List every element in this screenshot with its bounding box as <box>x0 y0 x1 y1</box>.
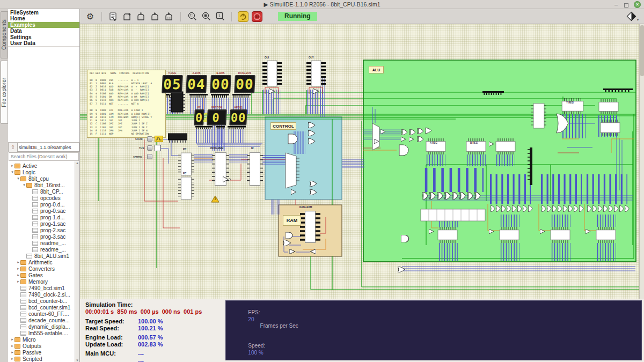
tree-item[interactable]: ▾ Logic <box>8 169 79 175</box>
seven-segment-display[interactable]: ARG[I] 00 <box>230 106 247 125</box>
scrollbar-thumb[interactable] <box>640 25 644 76</box>
close-button[interactable]: ✕ <box>634 1 641 8</box>
up-directory-button[interactable]: ⇧ <box>8 143 18 152</box>
seven-segment-display[interactable]: OPCODE 0 <box>207 106 226 125</box>
tree-item[interactable]: ▸ Passive <box>8 349 79 356</box>
tree-item[interactable]: ▸ Arithmetic <box>8 259 79 265</box>
tree-item[interactable]: dynamic_displa... <box>8 323 79 330</box>
tree-item[interactable]: 8bit_ALU.sim1 <box>8 253 79 259</box>
debug-console[interactable]: FPS: 20 Frames per Sec Speed: 100 % Spee… <box>225 300 642 360</box>
item-label: readme_... <box>40 247 66 253</box>
tree-item[interactable]: ▸ Scripted <box>8 356 79 362</box>
filesystem-item[interactable]: FileSystem <box>8 10 79 16</box>
tree-item[interactable]: lm555-astable.... <box>8 330 79 336</box>
tree-item[interactable]: prog-1.d... <box>8 214 79 220</box>
filesystem-item[interactable]: Settings <box>8 34 79 40</box>
item-icon <box>20 292 26 297</box>
console-label: FPS: <box>248 309 265 315</box>
seven-segment-display[interactable]: A-BUS 04 <box>186 71 207 93</box>
tree-item[interactable]: readme_... <box>8 246 79 253</box>
item-icon <box>32 234 38 239</box>
search-input[interactable] <box>9 152 79 161</box>
path-field[interactable]: simulIDE_1.1.0/examples <box>18 143 79 152</box>
tree-item[interactable]: prog-3.sac <box>8 233 79 240</box>
new-circuit-icon[interactable] <box>121 11 133 23</box>
tree-item[interactable]: ▸ Micro <box>8 336 79 343</box>
tree-item[interactable]: prog-0.d... <box>8 201 79 208</box>
tree-item[interactable]: ▸ Gates <box>8 272 79 278</box>
power-button[interactable] <box>238 11 248 22</box>
item-label: prog-0.d... <box>40 202 65 208</box>
status-row-label: Update Load: <box>85 341 138 348</box>
tick-box[interactable] <box>155 145 161 151</box>
clock-waveform-icon[interactable] <box>155 136 163 142</box>
settings-gear-icon[interactable]: ⚙ <box>84 11 96 23</box>
display-label: OPCODE <box>211 106 223 109</box>
tree-item[interactable]: opcodes <box>8 195 79 201</box>
tree-item[interactable]: ▸ Outputs <box>8 343 79 349</box>
export-circuit-icon[interactable] <box>107 11 119 23</box>
item-label: opcodes <box>40 195 61 201</box>
item-icon <box>20 176 26 181</box>
pc-chip[interactable] <box>178 177 194 200</box>
expand-arrow: ▸ <box>16 273 20 277</box>
spmrw-switch[interactable] <box>147 154 152 159</box>
status-row: Target Speed: 100.00 % <box>85 318 225 325</box>
tree-item[interactable]: ▾ 8bit_cpu <box>8 175 79 182</box>
theme-diamond-icon[interactable]: ▾ <box>626 11 639 21</box>
tree-scrollbar[interactable]: ▲▼ <box>75 161 79 362</box>
tab-components[interactable]: Components <box>1 11 8 58</box>
tree-item[interactable]: 7490_clock-2.si... <box>8 291 79 298</box>
filesystem-item[interactable]: Home <box>8 16 79 21</box>
tree-item[interactable]: prog-0.sac <box>8 208 79 214</box>
tree-item[interactable]: ▸ Converters <box>8 265 79 272</box>
dip-chip[interactable] <box>168 134 187 143</box>
item-label: 8bit_CP... <box>40 189 63 195</box>
circuit-canvas[interactable]: DEC HEX BIN NAME CONTROL DESCRIPTION 00 … <box>80 24 644 299</box>
tree-item[interactable]: counter-60_FF.... <box>8 311 79 317</box>
zoom-all-icon[interactable] <box>200 11 212 23</box>
prog-mem-chip[interactable] <box>212 152 229 186</box>
instruction-note[interactable]: DEC HEX BIN NAME CONTROL DESCRIPTION 00 … <box>87 70 166 138</box>
item-icon <box>20 318 26 323</box>
clock-switch[interactable] <box>147 136 152 142</box>
seven-segment-display[interactable]: DATA-BUS 00 <box>235 71 255 93</box>
filesystem-item[interactable]: Examples <box>8 22 79 28</box>
maximize-button[interactable] <box>624 3 628 8</box>
seven-segment-display[interactable]: B-BUS 00 <box>210 71 231 93</box>
canvas-scrollbar[interactable] <box>639 24 644 299</box>
save-as-circuit-icon[interactable] <box>163 11 175 23</box>
expand-arrow: ▸ <box>16 279 20 284</box>
ir-chip[interactable] <box>247 152 263 186</box>
tick-switch[interactable] <box>147 145 152 151</box>
zoom-fit-icon[interactable] <box>186 11 198 23</box>
seven-segment-display[interactable]: Y-REG 05 <box>162 71 182 93</box>
dip-chip[interactable] <box>169 92 185 112</box>
filesystem-item[interactable]: Data <box>8 28 79 34</box>
filesystem-item[interactable]: User Data <box>8 40 79 46</box>
save-circuit-icon[interactable] <box>149 11 161 23</box>
tree-item[interactable]: prog-2.sac <box>8 227 79 233</box>
tree-item[interactable]: bcd_counter-b... <box>8 298 79 304</box>
tree-item[interactable]: decade_counte... <box>8 317 79 323</box>
tree-item[interactable]: ▸ Memory <box>8 278 79 285</box>
item-label: Micro <box>23 337 35 343</box>
status-row-value: --- <box>138 350 144 357</box>
tree-item[interactable]: 8bit_CP... <box>8 188 79 195</box>
pause-button[interactable] <box>252 11 262 22</box>
seven-segment-display[interactable]: PC 02 <box>194 106 204 125</box>
tree-item[interactable]: ▸ Active <box>8 162 79 169</box>
item-icon <box>32 196 38 201</box>
minimize-button[interactable]: – <box>613 2 619 8</box>
titlebar[interactable]: ▶ SimulIDE-1.1.0 R2056 - 8bit_CPU-B16.si… <box>0 0 644 9</box>
tree-item[interactable]: bcd_counter.sim1 <box>8 304 79 311</box>
tree-item[interactable]: prog-1.sac <box>8 220 79 227</box>
open-circuit-icon[interactable] <box>135 11 147 23</box>
tab-file-explorer[interactable]: File explorer <box>1 61 8 124</box>
oui-register-chip[interactable] <box>262 61 282 86</box>
tree-item[interactable]: 7490_bcd.sim1 <box>8 285 79 291</box>
zoom-one-icon[interactable]: 1 <box>214 11 226 23</box>
tree-item[interactable]: ▾ 8bit_16inst... <box>8 182 79 188</box>
ouy-register-chip[interactable] <box>306 61 326 86</box>
tree-item[interactable]: readme_... <box>8 240 79 246</box>
